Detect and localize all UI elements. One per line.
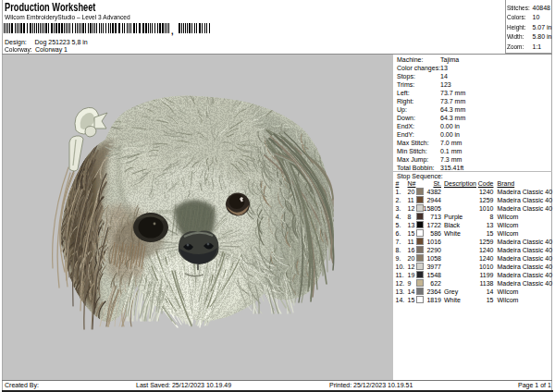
svg-text:,: , (171, 27, 174, 36)
